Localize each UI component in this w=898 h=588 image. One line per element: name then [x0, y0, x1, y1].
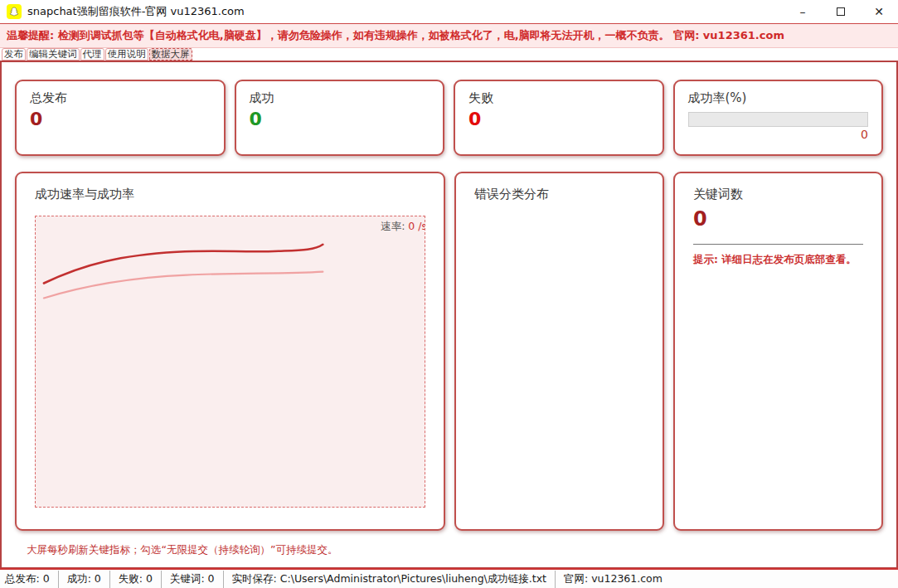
stat-cards-row: 总发布 0 成功 0 失败 0 成功率(%) 0 [15, 80, 883, 156]
tab-proxy[interactable]: 代理 [80, 48, 104, 61]
title-bar: snapchat强制留痕软件-官网 vu12361.com – ✕ [0, 0, 898, 23]
series-line-light [44, 272, 323, 299]
stat-label: 总发布 [30, 90, 211, 106]
dashboard-page: 总发布 0 成功 0 失败 0 成功率(%) 0 成功速率与成功率 [0, 61, 898, 568]
rate-annotation-label: 速率: [381, 220, 405, 232]
status-failed: 失败: 0 [110, 571, 162, 588]
panel-success-rate-chart: 成功速率与成功率 速率: 0 /s [15, 172, 445, 531]
maximize-icon [837, 7, 845, 16]
maximize-button[interactable] [822, 0, 860, 23]
tab-publish[interactable]: 发布 [2, 48, 26, 61]
success-rate-progressbar [688, 112, 869, 127]
line-chart [36, 216, 425, 507]
status-success: 成功: 0 [59, 571, 110, 588]
panel-error-distribution: 错误分类分布 [454, 172, 664, 531]
series-line-dark [44, 245, 323, 284]
tab-strip: 发布 编辑关键词 代理 使用说明 数据大屏 [0, 48, 898, 61]
panel-title: 成功速率与成功率 [35, 187, 425, 202]
status-save-path: 实时保存: C:\Users\Administrator\Pictures\li… [224, 571, 556, 588]
ghost-icon [9, 7, 19, 17]
warning-banner: 温馨提醒: 检测到调试抓包等【自动格式化电,脑硬盘】，请勿危险操作，如有违规操作… [0, 23, 898, 48]
tab-dashboard[interactable]: 数据大屏 [149, 48, 192, 61]
status-total: 总发布: 0 [0, 571, 59, 588]
status-bar: 总发布: 0 成功: 0 失败: 0 关键词: 0 实时保存: C:\Users… [0, 568, 898, 588]
warning-text: 温馨提醒: 检测到调试抓包等【自动格式化电,脑硬盘】，请勿危险操作，如有违规操作… [7, 28, 784, 43]
tab-edit-keywords[interactable]: 编辑关键词 [27, 48, 80, 61]
chart-plot-area: 速率: 0 /s [35, 216, 425, 508]
stat-card-failed: 失败 0 [454, 80, 664, 156]
keyword-count-value: 0 [693, 207, 863, 231]
panel-title: 关键词数 [693, 187, 863, 202]
status-keywords: 关键词: 0 [162, 571, 224, 588]
tab-instructions[interactable]: 使用说明 [105, 48, 148, 61]
stat-label: 失败 [468, 90, 649, 106]
stat-label: 成功 [250, 90, 430, 106]
stat-label: 成功率(%) [688, 90, 869, 106]
stat-value: 0 [30, 109, 211, 129]
keyword-hint-text: 提示: 详细日志在发布页底部查看。 [693, 253, 863, 267]
success-rate-value: 0 [688, 128, 869, 141]
stat-card-success-rate: 成功率(%) 0 [673, 80, 884, 156]
rate-annotation: 速率: 0 /s [381, 220, 425, 234]
stat-value: 0 [250, 109, 430, 129]
close-button[interactable]: ✕ [860, 0, 898, 23]
rate-annotation-value: 0 /s [408, 220, 425, 232]
minimize-button[interactable]: – [784, 0, 822, 23]
snapchat-app-icon [7, 4, 22, 19]
panel-keyword-count: 关键词数 0 提示: 详细日志在发布页底部查看。 [673, 172, 883, 531]
dashboard-footer-hint: 大屏每秒刷新关键指标；勾选“无限提交（持续轮询）”可持续提交。 [27, 543, 896, 557]
stat-value: 0 [468, 109, 649, 129]
stat-card-success: 成功 0 [235, 80, 445, 156]
window-controls: – ✕ [784, 0, 898, 23]
stat-card-total: 总发布 0 [15, 80, 226, 156]
panels-row: 成功速率与成功率 速率: 0 /s 错误分类分布 关键词数 0 提示: 详细日志… [15, 172, 883, 531]
window-title: snapchat强制留痕软件-官网 vu12361.com [27, 4, 245, 19]
divider [693, 244, 863, 245]
panel-title: 错误分类分布 [474, 187, 644, 202]
status-website: 官网: vu12361.com [556, 571, 671, 588]
